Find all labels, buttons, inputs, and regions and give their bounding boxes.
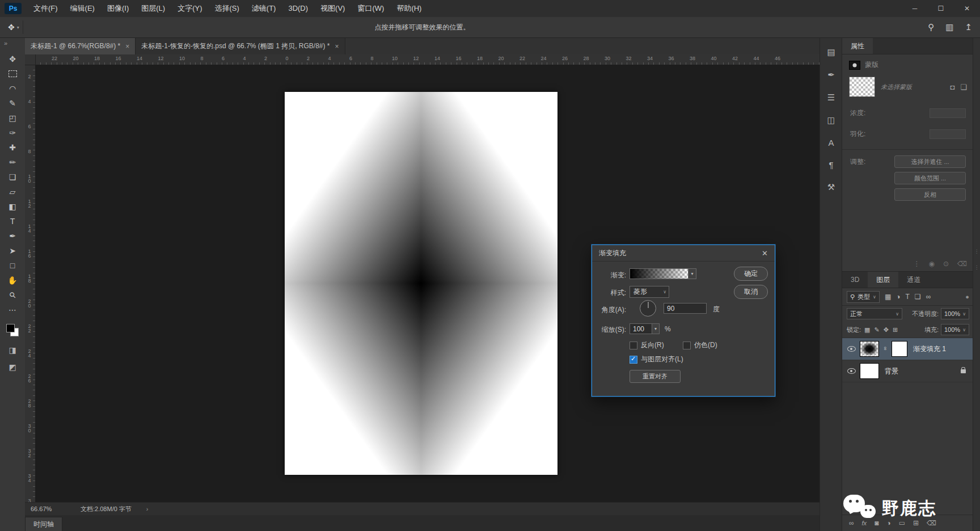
vector-mask-icon[interactable]: ❏	[960, 83, 967, 91]
blend-mode-select[interactable]: 正常 ∨	[847, 308, 902, 319]
edge-handle-icon[interactable]: ⋮	[974, 249, 979, 254]
lock-transparent-icon[interactable]: ▦	[864, 326, 870, 334]
lock-pixels-icon[interactable]: ✎	[874, 326, 879, 334]
fill-select[interactable]: 100% ∨	[941, 324, 969, 335]
toolbar-collapse-chevron[interactable]: »	[0, 38, 25, 48]
mask-thumbnail[interactable]	[849, 77, 875, 97]
tab-layers[interactable]: 图层	[868, 272, 898, 288]
apply-mask-icon[interactable]: ⊙	[943, 260, 949, 268]
eraser-tool[interactable]: ▱	[0, 184, 25, 199]
properties-button-1[interactable]: 颜色范围 ...	[894, 172, 966, 184]
canvas[interactable]: 渐变填充 ✕ 渐变: ▾ 确定 样式: 菱形 ∨ 取消 角度(A):	[35, 65, 820, 503]
properties-button-2[interactable]: 反相	[894, 188, 966, 201]
panel-icon-character[interactable]: A	[828, 138, 834, 148]
filter-toggle-icon[interactable]: ●	[965, 293, 969, 300]
lock-artboard-icon[interactable]: ⊞	[893, 326, 898, 334]
crop-tool[interactable]: ◰	[0, 111, 25, 125]
document-canvas[interactable]	[285, 92, 557, 475]
opacity-select[interactable]: 100% ∨	[941, 308, 969, 319]
invert-mask-icon[interactable]: ◉	[928, 260, 934, 268]
ok-button[interactable]: 确定	[734, 267, 768, 281]
gradient-tool[interactable]: ◧	[0, 199, 25, 214]
menu-item[interactable]: 文件(F)	[27, 0, 64, 17]
layer-row[interactable]: 背景	[842, 360, 974, 382]
style-select[interactable]: 菱形 ∨	[630, 286, 669, 298]
feather-value-box[interactable]	[930, 129, 966, 139]
panel-icon-brush[interactable]: ✒	[827, 70, 835, 80]
path-selection-tool[interactable]: ➤	[0, 243, 25, 258]
panel-icon-color[interactable]: ▤	[827, 47, 835, 57]
ruler-origin-corner[interactable]	[25, 54, 36, 65]
clone-stamp-tool[interactable]: ❏	[0, 170, 25, 184]
dither-checkbox[interactable]	[683, 342, 691, 349]
marquee-tool[interactable]	[0, 66, 25, 81]
tab-channels[interactable]: 通道	[898, 272, 929, 288]
menu-item[interactable]: 帮助(H)	[390, 0, 428, 17]
type-tool[interactable]: T	[0, 214, 25, 229]
menu-item[interactable]: 文字(Y)	[171, 0, 208, 17]
reverse-checkbox[interactable]	[630, 342, 637, 349]
filter-type-icon[interactable]: T	[906, 293, 910, 301]
rectangle-tool[interactable]: □	[0, 258, 25, 273]
mask-thumbnail[interactable]	[892, 341, 907, 357]
tab-3d[interactable]: 3D	[842, 272, 868, 288]
visibility-eye-icon[interactable]	[847, 368, 856, 374]
timeline-tab[interactable]: 时间轴	[25, 517, 62, 531]
document-tab[interactable]: 未标题-1 @ 66.7%(RGB/8#) *×	[25, 38, 136, 54]
panel-icon-tools[interactable]: ⚒	[827, 182, 835, 192]
filter-shape-icon[interactable]: ❏	[915, 293, 921, 301]
eyedropper-tool[interactable]: ✑	[0, 125, 25, 140]
lasso-tool[interactable]: ◠	[0, 81, 25, 96]
zoom-level-field[interactable]: 66.67%	[31, 505, 71, 512]
dialog-titlebar[interactable]: 渐变填充 ✕	[592, 245, 775, 262]
zoom-tool[interactable]: ⚲	[0, 288, 25, 302]
panel-icon-swatches[interactable]: ☰	[827, 92, 835, 103]
search-icon[interactable]: ⚲	[928, 22, 934, 32]
gradient-dropdown-caret[interactable]: ▾	[688, 268, 696, 279]
menu-item[interactable]: 滤镜(T)	[246, 0, 282, 17]
active-tool-badge[interactable]: ✥ ▾	[5, 20, 23, 34]
scale-dropdown-caret[interactable]: ▾	[652, 323, 660, 334]
move-tool[interactable]: ✥	[0, 52, 25, 66]
brush-tool[interactable]: ✏	[0, 155, 25, 170]
panel-icon-libraries[interactable]: ◫	[827, 115, 835, 125]
menu-item[interactable]: 视图(V)	[314, 0, 351, 17]
menu-item[interactable]: 编辑(E)	[64, 0, 101, 17]
layer-filter-select[interactable]: ⚲ 类型 ∨	[847, 291, 880, 303]
filter-pixel-icon[interactable]: ▦	[885, 293, 891, 301]
menu-item[interactable]: 图层(L)	[135, 0, 171, 17]
angle-input[interactable]	[664, 303, 707, 314]
more-tools[interactable]: ⋯	[0, 302, 25, 317]
lock-position-icon[interactable]: ✥	[884, 326, 889, 334]
layer-thumbnail[interactable]	[860, 341, 879, 357]
dialog-close-icon[interactable]: ✕	[762, 249, 768, 258]
quick-mask-icon[interactable]: ◨	[9, 345, 16, 355]
document-tab[interactable]: 未标题-1-恢复的-恢复的.psd @ 66.7% (椭圆 1 拷贝, RGB/…	[136, 38, 345, 54]
reset-alignment-button[interactable]: 重置对齐	[630, 370, 681, 383]
tab-properties[interactable]: 属性	[842, 38, 873, 54]
filter-smart-icon[interactable]: ∞	[926, 293, 931, 301]
pixel-mask-icon[interactable]: ◘	[950, 83, 954, 91]
gradient-preview[interactable]	[630, 268, 688, 279]
pen-tool[interactable]: ✒	[0, 229, 25, 243]
properties-button-0[interactable]: 选择并遮住 ...	[894, 155, 966, 168]
align-with-layer-checkbox[interactable]	[630, 356, 637, 364]
mask-edge-icon[interactable]: ⋮	[913, 260, 920, 268]
menu-item[interactable]: 窗口(W)	[351, 0, 390, 17]
tab-close-icon[interactable]: ×	[125, 43, 129, 50]
filter-adjustment-icon[interactable]: ◑	[896, 293, 900, 301]
layer-thumbnail[interactable]	[860, 363, 879, 379]
scale-input[interactable]	[630, 323, 654, 334]
quick-selection-tool[interactable]: ✎	[0, 96, 25, 111]
minimize-button[interactable]: ─	[902, 0, 928, 17]
edge-handle-icon[interactable]: ⋮	[974, 265, 979, 270]
cancel-button[interactable]: 取消	[734, 285, 768, 299]
close-button[interactable]: ✕	[954, 0, 980, 17]
color-swatches[interactable]	[6, 324, 19, 336]
screen-mode-icon[interactable]: ◩	[9, 363, 16, 372]
panel-icon-paragraph[interactable]: ¶	[829, 160, 833, 170]
delete-mask-icon[interactable]: ⌫	[957, 260, 967, 268]
menu-item[interactable]: 3D(D)	[282, 0, 314, 17]
share-icon[interactable]: ↥	[965, 22, 972, 32]
density-value-box[interactable]	[930, 108, 966, 118]
